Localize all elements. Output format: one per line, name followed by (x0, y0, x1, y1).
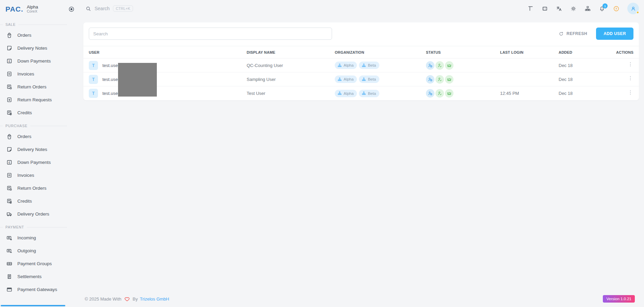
online-status-dot (636, 11, 639, 14)
org-chart-button[interactable] (584, 5, 591, 12)
sidebar-nav: SALEOrdersDelivery Notes€Down PaymentsIn… (0, 22, 78, 296)
column-header-status: STATUS (420, 50, 495, 54)
sidebar-item-purchase-return-orders[interactable]: Return Orders (0, 182, 78, 194)
column-header-actions: ACTIONS (609, 50, 639, 54)
fullscreen-button[interactable] (542, 5, 548, 12)
sidebar-item-sale-invoices[interactable]: Invoices (0, 67, 78, 80)
sidebar-item-label: Return Orders (17, 84, 47, 89)
global-search-label: Search (95, 6, 110, 11)
nav-section-label: PURCHASE (0, 124, 67, 128)
row-actions-button[interactable] (627, 75, 635, 83)
sidebar-item-label: Incoming (17, 235, 36, 240)
copyright: © 2025 Made With By Trizelos GmbH (85, 296, 169, 302)
sidebar-item-payment-incoming[interactable]: Incoming (0, 231, 78, 244)
clipboard-arrow-icon (6, 97, 13, 103)
table-body: Ttest.user-QC-Counting UserAlphaBetaDec … (83, 58, 639, 100)
sidebar-item-sale-credits[interactable]: Credits (0, 106, 78, 119)
circle-dot-icon (68, 6, 75, 13)
user-clock-icon (428, 91, 433, 96)
organization-badge-alpha: Alpha (335, 62, 357, 69)
organization-badge-label: Beta (368, 77, 376, 81)
sidebar-item-purchase-delivery-notes[interactable]: Delivery Notes (0, 143, 78, 156)
sidebar-item-purchase-invoices[interactable]: Invoices (0, 169, 78, 182)
table-row[interactable]: Ttest.user-Sampling UserAlphaBetaDec 18 (83, 72, 639, 86)
sidebar-item-label: Outgoing (17, 248, 36, 253)
table-row[interactable]: Ttest.user(Test UserAlphaBeta12:45 PMDec… (83, 86, 639, 100)
svg-text:€: € (9, 59, 10, 63)
brand-name-line2: CoreX (27, 10, 38, 14)
nav-section-purchase: PURCHASEOrdersDelivery Notes€Down Paymen… (0, 124, 78, 220)
card-toolbar: REFRESH ADD USER (83, 22, 639, 46)
svg-text:€: € (9, 160, 10, 164)
actions-cell (609, 61, 639, 69)
sidebar-item-sale-return-requests[interactable]: Return Requests (0, 93, 78, 106)
brand-row: PAC. Alpha CoreX (0, 1, 78, 18)
column-header-display-name: DISPLAY NAME (241, 50, 329, 54)
help-button[interactable]: ? (613, 5, 620, 12)
topbar-icons: 1 ? (527, 3, 639, 14)
align-top-button[interactable] (527, 5, 534, 12)
organization-cell: AlphaBeta (329, 90, 420, 97)
organization-badge-label: Alpha (344, 77, 353, 81)
sidebar-item-label: Down Payments (17, 58, 51, 64)
global-search[interactable]: Search CTRL+K (83, 5, 133, 12)
sidebar-scrollbar[interactable] (1, 305, 65, 306)
row-actions-button[interactable] (627, 89, 635, 98)
sidebar-item-purchase-delivery-orders[interactable]: Delivery Orders (0, 207, 78, 220)
app-window: PAC. Alpha CoreX SALEOrdersDelivery Note… (0, 0, 644, 307)
help-icon: ? (613, 5, 620, 12)
refresh-button[interactable]: REFRESH (559, 31, 587, 36)
user-cell: Ttest.user- (83, 75, 241, 84)
sidebar-item-sale-down-payments[interactable]: €Down Payments (0, 54, 78, 67)
actions-cell (609, 75, 639, 83)
main-area: Search CTRL+K (78, 0, 644, 307)
sidebar-item-purchase-down-payments[interactable]: €Down Payments (0, 156, 78, 169)
status-cell (420, 89, 495, 98)
redacted-area (118, 63, 157, 97)
user-cell: Ttest.user- (83, 61, 241, 70)
sidebar-item-sale-orders[interactable]: Orders (0, 29, 78, 41)
last-login-cell: 12:45 PM (495, 91, 553, 96)
row-actions-button[interactable] (627, 61, 635, 69)
avatar: T (89, 89, 98, 98)
company-link[interactable]: Trizelos GmbH (140, 296, 169, 302)
sidebar-item-purchase-orders[interactable]: Orders (0, 130, 78, 143)
toolbar-actions: REFRESH ADD USER (559, 28, 633, 40)
sidebar-collapse-toggle[interactable] (68, 6, 75, 13)
user-clock-icon (428, 77, 433, 82)
doc-refresh-icon (6, 109, 13, 116)
sidebar-item-payment-outgoing[interactable]: Outgoing (0, 244, 78, 257)
status-cell (420, 75, 495, 84)
sidebar-item-label: Payment Groups (17, 261, 52, 266)
shopping-bag-icon (6, 32, 13, 38)
sidebar-item-sale-delivery-notes[interactable]: Delivery Notes (0, 41, 78, 54)
sidebar-item-payment-payment-groups[interactable]: Payment Groups (0, 257, 78, 270)
user-cell: Ttest.user( (83, 89, 241, 98)
organization-cell: AlphaBeta (329, 62, 420, 69)
sidebar-item-label: Return Requests (17, 97, 52, 102)
user-avatar-button[interactable] (627, 3, 639, 14)
user-check-icon (437, 77, 442, 82)
sidebar-item-payment-settlements[interactable]: Settlements (0, 270, 78, 283)
language-button[interactable] (556, 5, 562, 12)
copyright-by: By (133, 296, 138, 302)
fullscreen-icon (542, 5, 548, 12)
column-header-last-login: LAST LOGIN (495, 50, 553, 54)
sidebar-item-label: Delivery Orders (17, 211, 49, 217)
actions-cell (609, 89, 639, 98)
theme-button[interactable] (570, 5, 577, 12)
status-cell (420, 61, 495, 70)
notifications-button[interactable]: 1 (599, 5, 605, 12)
kebab-icon (627, 61, 633, 67)
add-user-button[interactable]: ADD USER (596, 28, 633, 40)
sidebar-item-purchase-credits[interactable]: Credits (0, 194, 78, 207)
invoice-icon (6, 172, 13, 178)
sidebar-item-sale-return-orders[interactable]: Return Orders (0, 80, 78, 93)
refresh-icon (559, 31, 564, 36)
doc-plus-icon (6, 185, 13, 191)
status-badge-crown (445, 89, 453, 98)
table-row[interactable]: Ttest.user-QC-Counting UserAlphaBetaDec … (83, 58, 639, 72)
money-in-icon (6, 235, 13, 241)
sidebar-item-payment-payment-gateways[interactable]: Payment Gateways (0, 283, 78, 296)
table-search-input[interactable] (89, 28, 332, 40)
